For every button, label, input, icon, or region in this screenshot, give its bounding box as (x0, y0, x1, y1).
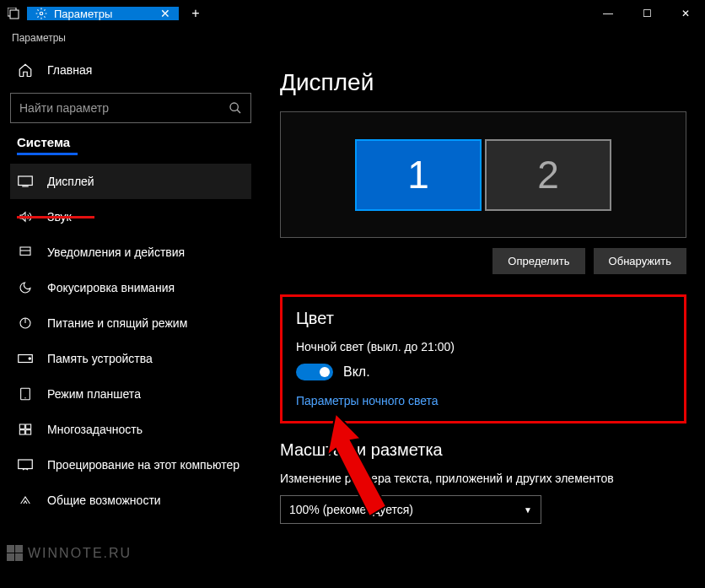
tab-settings[interactable]: Параметры ✕ (27, 7, 179, 20)
toggle-state-label: Вкл. (343, 364, 370, 380)
detect-button[interactable]: Обнаружить (594, 248, 686, 274)
content-pane: Дисплей 1 2 Определить Обнаружить Цвет Н… (261, 52, 705, 588)
svg-rect-8 (20, 247, 30, 255)
sidebar-item-storage[interactable]: Память устройства (10, 341, 251, 376)
window-controls: — ☐ ✕ (589, 0, 705, 27)
annotation-underline-red (17, 216, 94, 218)
scale-dropdown-value: 100% (рекомендуется) (289, 503, 413, 516)
sidebar-item-label: Питание и спящий режим (47, 316, 187, 330)
display-icon (17, 175, 34, 187)
display-buttons: Определить Обнаружить (280, 248, 686, 274)
svg-rect-1 (10, 10, 19, 19)
sidebar: Главная Найти параметр Система Дисплей З… (0, 52, 261, 588)
search-icon (229, 101, 242, 115)
gear-icon (35, 8, 47, 19)
sidebar-item-focus[interactable]: Фокусировка внимания (10, 270, 251, 305)
sidebar-item-multitask[interactable]: Многозадачность (10, 412, 251, 447)
annotation-underline-blue (17, 153, 78, 155)
monitor-2[interactable]: 2 (485, 139, 611, 211)
sidebar-item-tablet[interactable]: Режим планшета (10, 376, 251, 412)
night-light-label: Ночной свет (выкл. до 21:00) (296, 340, 670, 353)
svg-point-3 (230, 103, 238, 111)
minimize-button[interactable]: — (589, 0, 627, 27)
tab-label: Параметры (54, 8, 112, 20)
monitor-1[interactable]: 1 (355, 139, 482, 211)
focus-icon (17, 281, 34, 294)
color-heading: Цвет (296, 309, 670, 328)
scale-description: Изменение размера текста, приложений и д… (280, 472, 686, 485)
toggle-knob (320, 367, 330, 377)
svg-rect-5 (19, 176, 33, 186)
chevron-down-icon: ▼ (524, 505, 532, 515)
maximize-button[interactable]: ☐ (627, 0, 666, 27)
sidebar-item-label: Проецирование на этот компьютер (47, 458, 239, 472)
sidebar-item-notifications[interactable]: Уведомления и действия (10, 235, 251, 270)
sidebar-item-projecting[interactable]: Проецирование на этот компьютер (10, 447, 251, 483)
projecting-icon (17, 459, 34, 471)
page-title: Дисплей (280, 69, 686, 96)
svg-point-13 (29, 358, 30, 359)
sidebar-section-system: Система (17, 135, 245, 149)
storage-icon (17, 353, 34, 364)
sidebar-home[interactable]: Главная (10, 52, 251, 88)
multitask-icon (17, 423, 34, 436)
night-light-toggle[interactable] (296, 364, 333, 380)
windows-logo-icon (7, 545, 23, 561)
svg-rect-16 (19, 424, 24, 429)
night-light-toggle-row: Вкл. (296, 364, 670, 380)
scale-dropdown[interactable]: 100% (рекомендуется) ▼ (280, 495, 541, 524)
search-input[interactable]: Найти параметр (10, 93, 251, 123)
sidebar-item-power[interactable]: Питание и спящий режим (10, 305, 251, 341)
svg-rect-17 (26, 424, 31, 429)
notifications-icon (17, 245, 34, 259)
annotation-red-box: Цвет Ночной свет (выкл. до 21:00) Вкл. П… (280, 294, 686, 423)
titlebar-left: Параметры ✕ + (0, 0, 213, 27)
sidebar-item-shared[interactable]: Общие возможности (10, 483, 251, 518)
display-arrangement[interactable]: 1 2 (280, 111, 686, 238)
sidebar-item-label: Общие возможности (47, 494, 161, 507)
titlebar: Параметры ✕ + — ☐ ✕ (0, 0, 705, 27)
sidebar-item-label: Дисплей (47, 175, 94, 188)
svg-point-2 (40, 12, 43, 15)
tab-close-icon[interactable]: ✕ (160, 7, 170, 20)
night-light-settings-link[interactable]: Параметры ночного света (296, 394, 670, 407)
search-placeholder: Найти параметр (19, 101, 109, 115)
breadcrumb: Параметры (0, 27, 705, 52)
watermark-text: WINNOTE.RU (28, 546, 132, 561)
sidebar-item-label: Фокусировка внимания (47, 281, 175, 294)
power-icon (17, 316, 34, 330)
close-button[interactable]: ✕ (666, 0, 705, 27)
sidebar-item-display[interactable]: Дисплей (10, 164, 251, 199)
sidebar-item-label: Память устройства (47, 352, 153, 365)
tablet-icon (17, 387, 34, 401)
svg-line-4 (237, 110, 240, 113)
sidebar-item-label: Уведомления и действия (47, 245, 185, 259)
shared-icon (17, 494, 34, 507)
home-icon (17, 62, 34, 78)
watermark: WINNOTE.RU (7, 545, 132, 561)
svg-rect-19 (26, 430, 31, 434)
sidebar-item-label: Многозадачность (47, 423, 143, 436)
newtab-button[interactable]: + (179, 6, 213, 21)
sidebar-home-label: Главная (47, 63, 92, 77)
identify-button[interactable]: Определить (492, 248, 584, 274)
sidebar-item-label: Режим планшета (47, 387, 141, 401)
svg-rect-18 (19, 430, 24, 434)
main-layout: Главная Найти параметр Система Дисплей З… (0, 52, 705, 588)
scale-heading: Масштаб и разметка (280, 440, 686, 460)
app-icon (0, 8, 27, 19)
svg-rect-20 (19, 460, 33, 469)
